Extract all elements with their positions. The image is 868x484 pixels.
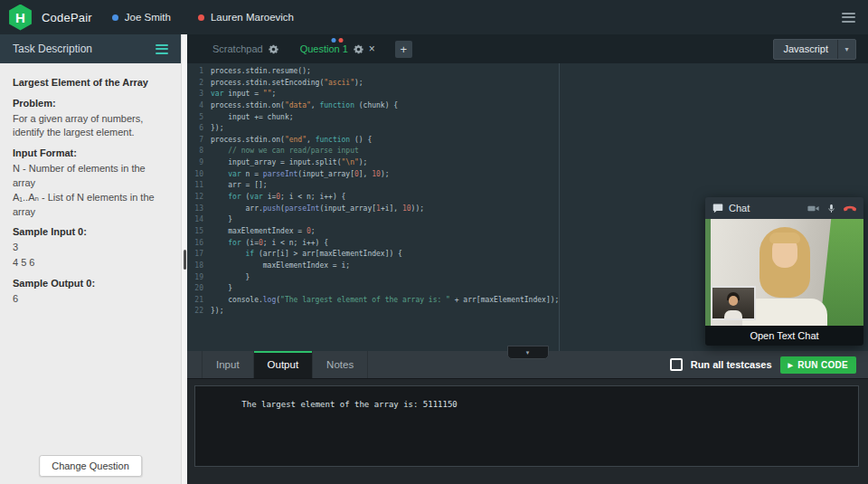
console-output: The largest element of the array is: 511…	[194, 385, 859, 467]
resize-handle[interactable]	[184, 250, 186, 270]
chevron-down-icon[interactable]: ▾	[837, 40, 855, 59]
code-line: 11 arr = [];	[187, 180, 868, 192]
presence-dot	[332, 38, 336, 43]
code-text: }	[211, 283, 232, 295]
editor-tabs: ScratchpadQuestion 1×	[202, 34, 386, 63]
code-line: 3var input = "";	[187, 89, 868, 100]
task-section-heading: Problem:	[13, 97, 168, 111]
close-icon[interactable]: ×	[369, 43, 375, 54]
code-text: input_array = input.split("\n");	[211, 157, 367, 169]
self-person-face	[729, 296, 738, 306]
line-number: 5	[187, 112, 211, 124]
task-text: N - Number of elements in the array	[13, 162, 168, 190]
gear-icon[interactable]	[269, 44, 278, 54]
code-text: });	[211, 123, 223, 135]
code-text: for (var i=0; i < n; i++) {	[211, 192, 345, 204]
line-number: 6	[187, 123, 211, 135]
code-text: });	[211, 306, 223, 318]
console-tab-input[interactable]: Input	[202, 351, 254, 378]
code-line: 4process.stdin.on("data", function (chun…	[187, 100, 868, 112]
self-video-preview	[711, 286, 756, 320]
line-number: 14	[187, 214, 211, 226]
language-button[interactable]: Javascript	[774, 40, 837, 59]
line-number: 15	[187, 226, 211, 238]
hamburger-menu-icon[interactable]	[842, 13, 855, 23]
line-number: 20	[187, 283, 211, 295]
line-number: 13	[187, 204, 211, 215]
gear-icon[interactable]	[354, 44, 363, 54]
videocam-icon[interactable]	[807, 203, 819, 214]
top-bar: H CodePair Joe SmithLauren Maroevich	[0, 0, 868, 34]
task-text: A₁..Aₙ - List of N elements in the array	[13, 191, 168, 219]
mic-icon[interactable]	[826, 204, 836, 214]
sidebar-hamburger-icon[interactable]	[156, 44, 168, 54]
add-tab-button[interactable]: +	[395, 41, 412, 58]
presence-dot	[339, 38, 344, 43]
task-sidebar: Task Description Largest Element of the …	[0, 34, 181, 484]
console-tab-output[interactable]: Output	[254, 351, 314, 378]
run-all-testcases-label: Run all testcases	[691, 359, 772, 370]
code-line: 2process.stdin.setEncoding("ascii");	[187, 78, 868, 90]
code-line: 7process.stdin.on("end", function () {	[187, 135, 868, 147]
task-section-heading: Input Format:	[13, 147, 168, 161]
line-number: 19	[187, 272, 211, 284]
open-text-chat-button[interactable]: Open Text Chat	[705, 326, 863, 346]
code-text: }	[211, 214, 232, 226]
line-number: 10	[187, 169, 211, 181]
tab-label: Question 1	[300, 43, 348, 54]
line-number: 11	[187, 180, 211, 192]
change-question-button[interactable]: Change Question	[39, 455, 142, 477]
run-all-testcases-checkbox[interactable]	[670, 358, 683, 371]
code-text: var n = parseInt(input_array[0], 10);	[211, 169, 390, 181]
task-section-heading: Sample Output 0:	[13, 277, 168, 291]
editor-tab-bar: ScratchpadQuestion 1× + Javascript ▾	[187, 34, 868, 63]
task-sidebar-title: Task Description	[13, 43, 92, 55]
task-sections: Problem:For a given array of numbers, id…	[13, 97, 168, 306]
run-controls: Run all testcases ▶ RUN CODE	[670, 351, 868, 378]
presence-dot	[112, 14, 118, 21]
run-code-button[interactable]: ▶ RUN CODE	[780, 356, 856, 374]
code-text: arr.push(parseInt(input_array[1+i], 10))…	[211, 204, 424, 215]
code-text: process.stdin.on("end", function () {	[211, 135, 372, 147]
tab-label: Scratchpad	[212, 43, 263, 54]
line-number: 3	[187, 89, 211, 100]
code-text: }	[211, 272, 250, 284]
code-text: var input = "";	[211, 89, 276, 100]
phone-hangup-icon[interactable]	[844, 202, 856, 214]
task-sidebar-header: Task Description	[0, 34, 181, 63]
code-text: process.stdin.setEncoding("ascii");	[211, 78, 363, 90]
console-tabs: InputOutputNotes	[202, 351, 368, 378]
tab-scratchpad[interactable]: Scratchpad	[202, 34, 289, 63]
code-text: for (i=0; i < n; i++) {	[211, 238, 328, 250]
code-text: arr = [];	[211, 180, 268, 192]
video-chat-panel: Chat	[705, 197, 863, 346]
chat-bubble-icon	[712, 203, 723, 214]
code-text: maxElementIndex = 0;	[211, 226, 316, 238]
line-number: 1	[187, 66, 211, 78]
participants: Joe SmithLauren Maroevich	[112, 12, 294, 23]
sidebar-resize-gutter	[181, 34, 187, 484]
code-line: 1process.stdin.resume();	[187, 66, 868, 78]
task-text: 3	[13, 241, 168, 255]
code-text: console.log("The largest element of the …	[211, 295, 559, 307]
collapse-console-button[interactable]: ▾	[507, 346, 549, 359]
line-number: 21	[187, 295, 211, 307]
code-text: if (arr[i] > arr[maxElementIndex]) {	[211, 249, 402, 261]
task-description: Largest Element of the Array Problem:For…	[0, 63, 181, 484]
hackerrank-logo: H	[8, 5, 33, 31]
code-text: process.stdin.on("data", function (chunk…	[211, 100, 398, 112]
task-section-heading: Sample Input 0:	[13, 225, 168, 240]
tab-question-1[interactable]: Question 1×	[289, 34, 386, 63]
line-number: 9	[187, 157, 211, 169]
code-text: input += chunk;	[211, 112, 294, 124]
task-text: 4 5 6	[13, 256, 168, 270]
line-number: 17	[187, 249, 211, 261]
console-tab-notes[interactable]: Notes	[313, 351, 368, 378]
presence-dot	[198, 14, 204, 21]
task-title: Largest Element of the Array	[13, 76, 168, 90]
language-selector: Javascript ▾	[773, 39, 856, 60]
line-number: 2	[187, 78, 211, 90]
code-text: process.stdin.resume();	[211, 66, 311, 78]
console-panel: ▾ InputOutputNotes Run all testcases ▶ R…	[187, 351, 868, 484]
tab-presence-dots	[332, 38, 344, 43]
